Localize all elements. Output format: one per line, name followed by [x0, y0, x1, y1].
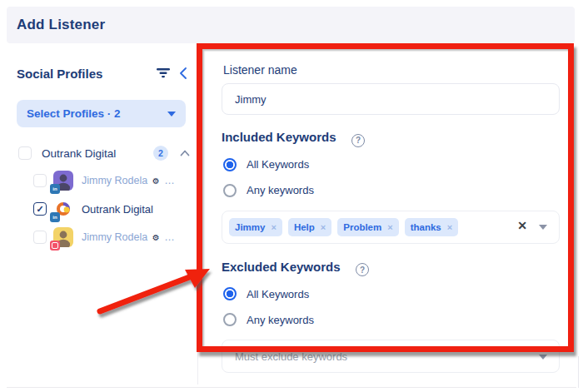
keyword-chip: Jimmy× — [229, 218, 282, 236]
chevron-down-icon — [167, 112, 176, 117]
remove-chip-icon[interactable]: × — [271, 222, 276, 232]
help-icon[interactable]: ? — [351, 134, 365, 147]
sidebar-divider — [197, 47, 198, 385]
keyword-chip: thanks× — [405, 218, 459, 236]
included-keywords-input[interactable]: Jimmy× Help× Problem× thanks× ✕ — [222, 211, 560, 244]
listener-name-input[interactable] — [222, 83, 560, 115]
profile-label: Outrank Digital — [82, 203, 153, 216]
radio-selected-icon[interactable] — [223, 287, 237, 300]
remove-chip-icon[interactable]: × — [447, 222, 452, 232]
chevron-down-icon[interactable] — [539, 225, 547, 230]
included-keywords-label: Included Keywords — [222, 130, 336, 144]
page-title: Add Listener — [17, 17, 105, 33]
tree-row-profile[interactable]: Jimmy Rodela ⚙ Writer … — [7, 226, 197, 249]
chevron-up-icon[interactable] — [175, 143, 195, 163]
remove-chip-icon[interactable]: × — [321, 222, 326, 232]
excluded-keywords-input[interactable]: Must exclude keywords — [222, 340, 560, 373]
tree-row-profile-selected[interactable]: ✓ in Outrank Digital — [7, 197, 197, 221]
profile-checkbox[interactable] — [33, 231, 47, 244]
clear-all-icon[interactable]: ✕ — [517, 219, 527, 232]
excluded-placeholder: Must exclude keywords — [235, 350, 347, 363]
chevron-down-icon[interactable] — [539, 355, 547, 360]
bottom-divider — [7, 387, 576, 388]
group-checkbox[interactable] — [18, 146, 32, 160]
gear-icon: ⚙ — [152, 176, 160, 186]
profile-label: Jimmy Rodela ⚙ Writer … — [82, 231, 182, 243]
instagram-icon — [50, 241, 60, 251]
gear-icon: ⚙ — [152, 233, 160, 242]
avatar — [53, 227, 73, 247]
included-any-keywords-option[interactable]: Any keywords — [223, 182, 560, 199]
profile-checkbox-checked[interactable]: ✓ — [33, 202, 47, 216]
group-label: Outrank Digital — [42, 147, 153, 160]
keyword-chip: Problem× — [337, 218, 398, 236]
select-profiles-label: Select Profiles · 2 — [27, 107, 167, 120]
avatar: in — [53, 171, 73, 191]
linkedin-icon: in — [50, 184, 60, 194]
social-profiles-sidebar: Social Profiles Select Profiles · 2 — [7, 50, 197, 249]
listener-form: Listener name Included Keywords ? All Ke… — [222, 50, 560, 373]
select-profiles-dropdown[interactable]: Select Profiles · 2 — [17, 100, 186, 127]
remove-chip-icon[interactable]: × — [387, 222, 392, 232]
profile-checkbox[interactable] — [33, 174, 47, 187]
tree-row-profile[interactable]: in Jimmy Rodela ⚙ Writer … — [7, 169, 197, 192]
collapse-sidebar-chevron-left-icon[interactable] — [173, 63, 193, 83]
radio-unselected-icon[interactable] — [223, 313, 237, 326]
radio-selected-icon[interactable] — [223, 158, 237, 171]
radio-unselected-icon[interactable] — [223, 184, 237, 197]
filter-icon[interactable] — [153, 63, 173, 83]
excluded-all-keywords-option[interactable]: All Keywords — [223, 285, 560, 302]
page-header: Add Listener — [7, 7, 575, 43]
sidebar-title: Social Profiles — [17, 67, 153, 81]
help-icon[interactable]: ? — [356, 263, 369, 276]
excluded-any-keywords-option[interactable]: Any keywords — [223, 311, 560, 328]
avatar: in — [53, 199, 73, 219]
linkedin-icon: in — [50, 212, 60, 222]
right-edge-divider — [578, 356, 579, 388]
add-listener-page: Add Listener Social Profiles Select Prof… — [0, 0, 583, 392]
excluded-keywords-label: Excluded Keywords — [222, 260, 341, 274]
keyword-chip: Help× — [288, 218, 331, 236]
included-all-keywords-option[interactable]: All Keywords — [223, 156, 560, 173]
profile-label: Jimmy Rodela ⚙ Writer … — [82, 175, 182, 186]
profiles-tree: Outrank Digital 2 in — [7, 142, 197, 249]
listener-name-label: Listener name — [223, 63, 558, 77]
tree-group-row[interactable]: Outrank Digital 2 — [7, 142, 197, 164]
group-count-badge: 2 — [153, 146, 168, 161]
